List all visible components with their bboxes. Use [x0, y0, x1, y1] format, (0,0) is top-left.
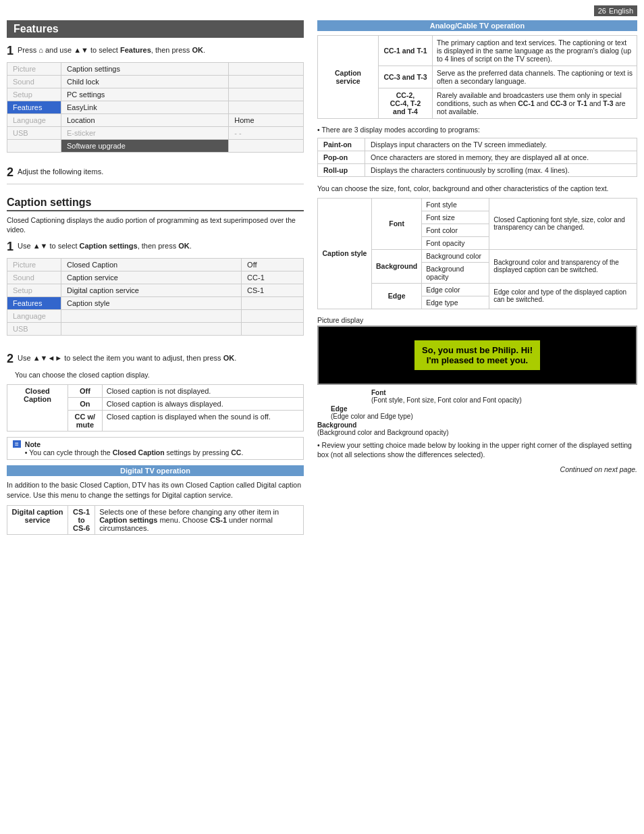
menu-row-active: Features Caption style [7, 296, 304, 309]
home-icon: ⌂ [38, 46, 43, 54]
menu-row: Sound Caption service CC-1 [7, 271, 304, 284]
caption-step2: 2 Use ▲▼◄► to select the item you want t… [7, 353, 304, 362]
menu-cell: USB [7, 322, 61, 335]
caption-step2-text: Use ▲▼◄► to select the item you want to … [18, 353, 304, 362]
menu-cell: E-sticker [61, 127, 229, 140]
style-item: Font size [422, 211, 489, 224]
background-label: Background [317, 421, 356, 429]
edge-label: Edge [331, 405, 347, 413]
features-title: Features [7, 20, 304, 38]
menu-cell: Sound [7, 271, 61, 284]
menu-cell: Off [242, 258, 304, 271]
menu-cell: CC-1 [242, 271, 304, 284]
menu-cell [61, 153, 229, 161]
menu-cell: Language [7, 309, 61, 322]
menu-cell: Caption style [61, 296, 242, 309]
font-annotation: Font (Font style, Font size, Font color … [371, 389, 637, 404]
caption-step1-text: Use ▲▼ to select Caption settings, then … [18, 240, 304, 250]
style-main-header: Caption style [318, 198, 372, 309]
edge-annotation: Edge (Edge color and Edge type) [331, 405, 637, 420]
menu-row [7, 335, 304, 347]
continued-text: Continued on next page. [560, 465, 637, 473]
style-row: Caption style Font Font style Closed Cap… [318, 198, 637, 211]
picture-display-section: Picture display So, you must be Philip. … [317, 316, 637, 473]
display-modes-intro-text: There are 3 display modes according to p… [321, 126, 480, 134]
dm-row: Pop-on Once characters are stored in mem… [318, 151, 637, 164]
menu-row: Sound Child lock [7, 76, 304, 88]
style-desc: Background color and transparency of the… [489, 249, 637, 283]
menu-cell: Software upgrade [61, 140, 229, 153]
menu-cell [229, 140, 304, 153]
cs-code: CC-3 and T-3 [379, 66, 433, 88]
menu-cell [7, 153, 61, 161]
note-text: Note • You can cycle through the Closed … [25, 440, 244, 457]
menu-row: USB [7, 322, 304, 335]
continued: Continued on next page. [317, 465, 637, 473]
caption-settings-section: Caption settings Closed Captioning displ… [7, 197, 304, 536]
menu-cell: EasyLink [61, 101, 229, 114]
caption-menu: Picture Closed Caption Off Sound Caption… [7, 258, 304, 348]
digital-tv-header: Digital TV operation [7, 465, 304, 476]
cc-desc: Closed caption is always displayed. [102, 398, 303, 411]
style-desc: Closed Captioning font style, size, colo… [489, 198, 637, 249]
style-item: Background opacity [422, 262, 489, 283]
step2-text: Adjust the following items. [18, 166, 304, 176]
style-item: Font opacity [422, 236, 489, 249]
cs-row-header: Caption service [318, 36, 379, 119]
note-icon: ≡ [13, 440, 21, 448]
caption-service-table: Caption service CC-1 and T-1 The primary… [317, 35, 637, 119]
cc-row: Closed Caption Off Closed caption is not… [7, 385, 304, 398]
tv-preview: So, you must be Philip. Hi! I'm pleased … [317, 325, 637, 385]
digital-row-header: Digital captionservice [7, 506, 68, 535]
style-item: Background color [422, 249, 489, 262]
caption-step1-num: 1 [7, 240, 14, 253]
caption-style-table: Caption style Font Font style Closed Cap… [317, 198, 637, 309]
font-label: Font [371, 389, 386, 396]
menu-cell [229, 76, 304, 88]
menu-cell [7, 335, 61, 347]
style-group-edge: Edge [372, 283, 422, 309]
background-annotation: Background (Background color and Backgro… [317, 421, 637, 436]
digital-row: Digital captionservice CS-1 toCS-6 Selec… [7, 506, 304, 535]
dm-desc: Once characters are stored in memory, th… [365, 151, 637, 164]
style-desc: Edge color and type of the displayed cap… [489, 283, 637, 309]
menu-cell: Setup [7, 284, 61, 296]
style-item: Edge color [422, 283, 489, 296]
step1-num: 1 [7, 45, 14, 57]
cs-row: Caption service CC-1 and T-1 The primary… [318, 36, 637, 66]
page-num-value: 26 [598, 7, 606, 15]
review-note: • Review your setting choice made below … [317, 440, 637, 460]
caption-step2-num: 2 [7, 353, 14, 365]
left-column: Features 1 Press ⌂ and use ▲▼ to select … [7, 20, 304, 540]
cs-code: CC-1 and T-1 [379, 36, 433, 66]
tv-preview-wrapper: So, you must be Philip. Hi! I'm pleased … [317, 325, 637, 436]
menu-row [7, 153, 304, 161]
menu-cell: Picture [7, 63, 61, 76]
features-menu: Picture Caption settings Sound Child loc… [7, 62, 304, 161]
menu-cell [242, 309, 304, 322]
menu-cell [229, 63, 304, 76]
caption-settings-title: Caption settings [7, 197, 304, 211]
edge-sub: (Edge color and Edge type) [331, 413, 413, 420]
style-item: Font style [422, 198, 489, 211]
caption-step2-sub: You can choose the closed caption displa… [7, 370, 304, 380]
cc-sub-header: On [68, 398, 103, 411]
menu-cell: USB [7, 127, 61, 140]
menu-cell [7, 140, 61, 153]
digital-tv-desc: In addition to the basic Closed Caption,… [7, 480, 304, 500]
menu-cell: Digital caption service [61, 284, 242, 296]
menu-cell: Home [229, 114, 304, 127]
page-lang: English [609, 7, 633, 15]
cs-desc: Rarely available and broadcasters use th… [433, 88, 637, 119]
menu-cell: Child lock [61, 76, 229, 88]
style-group-font: Font [372, 198, 422, 249]
dm-desc: Displays input characters on the TV scre… [365, 138, 637, 151]
cs-code: CC-2,CC-4, T-2and T-4 [379, 88, 433, 119]
menu-cell [229, 88, 304, 101]
cc-desc: Closed caption is displayed when the sou… [102, 411, 303, 432]
font-sub: (Font style, Font size, Font color and F… [371, 396, 522, 404]
dm-row: Roll-up Displays the characters continuo… [318, 164, 637, 177]
menu-cell [61, 335, 242, 347]
menu-cell [242, 296, 304, 309]
cc-row-header: Closed Caption [7, 385, 68, 432]
